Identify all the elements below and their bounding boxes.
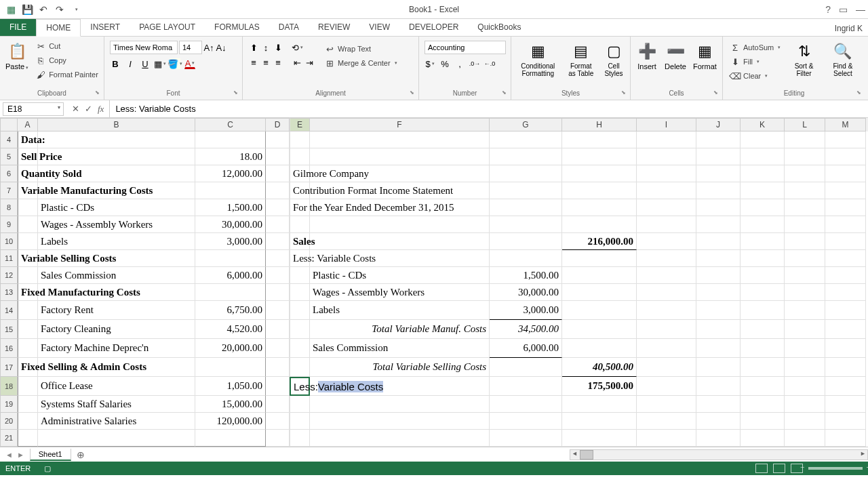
cell[interactable] <box>741 377 785 396</box>
qat-customize-icon[interactable] <box>71 4 81 15</box>
cell[interactable] <box>637 430 696 447</box>
cell[interactable] <box>490 396 562 413</box>
copy-button[interactable]: ⎘Copy <box>33 54 101 67</box>
cell[interactable] <box>266 199 290 216</box>
cell[interactable]: Variable Selling Costs <box>18 250 38 267</box>
cell[interactable] <box>38 131 195 148</box>
cell[interactable]: 1,500.00 <box>195 199 266 216</box>
cell[interactable] <box>562 165 637 182</box>
cell[interactable] <box>741 250 785 267</box>
cancel-icon[interactable]: ✕ <box>72 104 79 115</box>
cell[interactable]: Fixed Selling & Admin Costs <box>18 358 38 377</box>
cell[interactable] <box>825 377 866 396</box>
cell[interactable] <box>696 377 741 396</box>
insert-cells-button[interactable]: ➕Insert <box>633 39 660 72</box>
cell[interactable] <box>310 216 490 233</box>
cell[interactable] <box>741 358 785 377</box>
row-header[interactable]: 6 <box>0 165 18 182</box>
row-header[interactable]: 15 <box>0 320 18 339</box>
increase-indent-icon[interactable]: ⇥ <box>304 57 315 68</box>
cell[interactable] <box>195 284 266 301</box>
cell[interactable] <box>785 377 825 396</box>
find-select-button[interactable]: 🔍Find & Select <box>823 39 863 79</box>
align-right-icon[interactable]: ≡ <box>273 57 283 68</box>
conditional-formatting-button[interactable]: ▦Conditional Formatting <box>514 39 562 79</box>
cell[interactable] <box>290 148 310 165</box>
cell[interactable]: Less: Variable Costs <box>290 377 310 396</box>
decrease-decimal-icon[interactable]: ←.0 <box>484 58 495 69</box>
cell[interactable] <box>825 284 866 301</box>
cell[interactable] <box>741 430 785 447</box>
cell[interactable] <box>290 301 310 320</box>
cell[interactable] <box>290 267 310 284</box>
border-button[interactable]: ▦ <box>155 58 165 69</box>
cell[interactable] <box>785 199 825 216</box>
cell[interactable] <box>825 148 866 165</box>
sheet-tab[interactable]: Sheet1 <box>30 449 71 461</box>
cell[interactable] <box>490 165 562 182</box>
cell[interactable] <box>290 413 310 430</box>
cell[interactable] <box>696 320 741 339</box>
cell[interactable] <box>266 396 290 413</box>
cell[interactable] <box>195 131 266 148</box>
cell[interactable] <box>637 216 696 233</box>
cell[interactable] <box>637 182 696 199</box>
cell[interactable] <box>490 233 562 250</box>
cell[interactable]: 120,000.00 <box>195 413 266 430</box>
cell[interactable] <box>290 339 310 358</box>
tab-quickbooks[interactable]: QuickBooks <box>468 18 530 36</box>
cell[interactable] <box>562 250 637 267</box>
cell[interactable] <box>825 216 866 233</box>
cell[interactable] <box>490 131 562 148</box>
col-header[interactable]: L <box>785 118 825 131</box>
cell[interactable]: Fixed Manufacturing Costs <box>18 284 38 301</box>
row-header[interactable]: 10 <box>0 233 18 250</box>
cell[interactable]: Quantity Sold <box>18 165 38 182</box>
cell[interactable]: 40,500.00 <box>562 358 637 377</box>
cell[interactable]: 6,000.00 <box>490 339 562 358</box>
tab-developer[interactable]: DEVELOPER <box>399 18 468 36</box>
cell[interactable] <box>266 182 290 199</box>
underline-button[interactable]: U <box>140 58 151 69</box>
percent-format-icon[interactable]: % <box>439 58 450 69</box>
cell[interactable] <box>266 284 290 301</box>
cell[interactable] <box>490 377 562 396</box>
row-header[interactable]: 9 <box>0 216 18 233</box>
minimize-icon[interactable]: — <box>856 4 865 15</box>
cell[interactable] <box>310 148 490 165</box>
merge-center-button[interactable]: ⊞Merge & Center <box>321 56 400 70</box>
cell[interactable]: Variable Manufacturing Costs <box>18 182 38 199</box>
col-header[interactable]: D <box>266 118 290 131</box>
cell[interactable]: 30,000.00 <box>490 284 562 301</box>
cell[interactable] <box>825 413 866 430</box>
help-icon[interactable]: ? <box>825 4 831 15</box>
row-header[interactable]: 11 <box>0 250 18 267</box>
align-left-icon[interactable]: ≡ <box>248 57 259 68</box>
cell[interactable] <box>490 216 562 233</box>
cell[interactable] <box>266 267 290 284</box>
cell[interactable] <box>696 148 741 165</box>
cell[interactable] <box>785 250 825 267</box>
cell[interactable] <box>741 182 785 199</box>
cell[interactable]: 6,000.00 <box>195 267 266 284</box>
cell[interactable] <box>562 182 637 199</box>
cell[interactable]: 1,500.00 <box>490 267 562 284</box>
col-header[interactable]: H <box>562 118 637 131</box>
cell[interactable] <box>696 413 741 430</box>
page-layout-view-icon[interactable] <box>773 464 785 473</box>
cell[interactable] <box>195 358 266 377</box>
cell[interactable] <box>741 396 785 413</box>
format-painter-button[interactable]: 🖌Format Painter <box>33 68 101 81</box>
cell[interactable] <box>696 131 741 148</box>
font-size-select[interactable] <box>179 41 202 54</box>
cell[interactable]: Factory Machine Deprec'n <box>38 339 195 358</box>
bold-button[interactable]: B <box>110 58 121 69</box>
align-bottom-icon[interactable]: ⬇ <box>273 42 283 53</box>
undo-icon[interactable]: ↶ <box>38 4 49 15</box>
cell[interactable] <box>195 430 266 447</box>
cell[interactable] <box>562 413 637 430</box>
macro-record-icon[interactable]: ▢ <box>44 464 51 473</box>
save-icon[interactable]: 💾 <box>22 4 33 15</box>
cell[interactable] <box>562 284 637 301</box>
align-middle-icon[interactable]: ↕ <box>260 42 271 53</box>
